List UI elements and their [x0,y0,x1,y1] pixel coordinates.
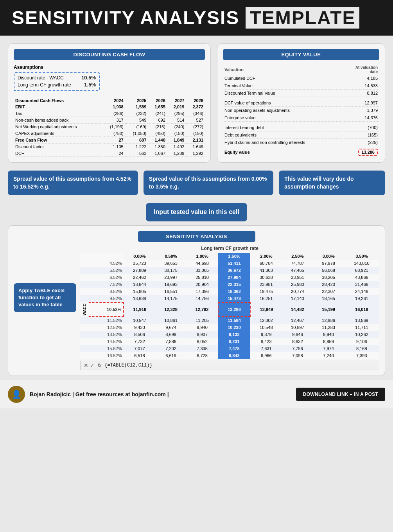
sensitivity-cell: 97,978 [313,260,344,267]
sensitivity-wacc-value: 6.52% [89,274,124,281]
sensitivity-cell: 7,240 [313,352,344,359]
header-title-main: SENSITIVITY ANALYSIS [12,7,239,29]
col-label: Long term CF growth rate [80,246,379,251]
sensitivity-cell: 11,205 [187,316,218,324]
dcf-title: DISCOUNTING CASH FLOW [14,49,205,60]
dcf-cell: (150) [167,130,186,137]
sensitivity-cell: 60,784 [250,260,282,267]
dcf-cell: (240) [167,124,186,130]
sensitivity-cell: 12,467 [282,316,313,324]
sensitivity-cell: 19,475 [250,288,282,295]
sensitivity-cell: 7,478 [218,345,251,352]
dcf-cell: 2,372 [186,104,205,110]
sensitivity-cell: 6,619 [155,352,186,359]
dcf-col-label: Discounted Cash Flows [14,97,102,104]
apply-table-callout: Apply TABLE excel function to get all va… [14,283,76,313]
sensitivity-cell: 41,303 [250,267,282,274]
sensitivity-cell: 6,966 [250,352,282,359]
sensitivity-row: 16.52%6,5186,6196,7286,8436,9667,0987,24… [80,352,379,359]
sensitivity-cell: 18,644 [124,281,155,288]
dcf-panel: DISCOUNTING CASH FLOW Assumptions Discou… [8,43,211,163]
dcf-cell: 1,239 [167,150,186,157]
sensitivity-cell: 8,052 [187,338,218,345]
dcf-cell: 1.649 [186,144,205,150]
callout-left: Spread value of this assumptions from 4.… [8,171,138,195]
sensitivity-cell: 10,230 [218,324,251,331]
equity-row: Terminal Value14,533 [223,82,379,90]
equity-row-label: Equity value [223,149,343,156]
sensitivity-table: 0.00% 0.50% 1.00% 1.50% 2.00% 2.50% 3.00… [80,253,379,359]
sensitivity-cell: 17,140 [282,295,313,302]
left-callout-col: Apply TABLE excel function to get all va… [14,246,76,313]
dcf-cell: 563 [125,150,148,157]
sensitivity-cell: 56,068 [313,267,344,274]
sensitivity-cell: 23,997 [155,274,186,281]
sensitivity-row: 6.52%22,46223,99725,81027,98430,63833,95… [80,274,379,281]
sensitivity-cell: 14,175 [155,295,186,302]
sensitivity-cell: 11,584 [218,316,251,324]
dcf-cell: (450) [148,130,167,137]
sensitivity-cell: 22,307 [313,288,344,295]
col-h-1: 0.50% [155,253,186,260]
sensitivity-cell: 33,065 [187,267,218,274]
sensitivity-cell: 9,430 [124,324,155,331]
sensitivity-cell: 68,921 [344,267,379,274]
equity-row-value: 8,812 [343,90,379,97]
dcf-cell: 1.105 [102,144,125,150]
sensitivity-wacc-value: 9.52% [89,295,124,302]
equity-row-value: 14,533 [343,82,379,90]
dcf-row-label: Tax [14,110,102,117]
sensitivity-title: SENSITIVITY ANALYSIS [138,231,255,242]
sensitivity-cell: 18,362 [218,288,251,295]
callout-right: This value will vary due do assumption c… [279,171,385,195]
sensitivity-cell: 15,805 [124,288,155,295]
sensitivity-cell: 19,261 [344,295,379,302]
sensitivity-cell: 13,569 [344,316,379,324]
sensitivity-row: 15.52%7,0777,2027,3357,4787,6317,7967,97… [80,345,379,352]
sensitivity-cell: 8,506 [124,331,155,338]
dcf-row-label: Free Cash Flow [14,137,102,144]
dcf-cell: 2,131 [186,137,205,144]
sensitivity-cell: 7,732 [124,338,155,345]
equity-row: Debt equivalents(165) [223,131,379,139]
dcf-table-row: Tax(286)(232)(241)(295)(346) [14,110,205,117]
sensitivity-cell: 143,810 [344,260,379,267]
sensitivity-cell: 8,423 [250,338,282,345]
sensitivity-cell: 15,199 [313,302,344,317]
dcf-table-row: Discount factor1.1051.2221.3501.4921.649 [14,144,205,150]
wacc-label: Discount rate - WACC [18,75,64,81]
dcf-row-label: Net Working capital adjustments [14,124,102,130]
sensitivity-cell: 8,632 [282,338,313,345]
sensitivity-cell: 10,548 [250,324,282,331]
equity-row: Enterprise value14,376 [223,114,379,122]
author-text: Bojan Radojicic | Get free resources at … [30,391,169,397]
wacc-col-header [89,253,124,260]
download-button[interactable]: DOWNLOAND LINK – IN A POST [296,388,385,401]
assumptions-dashed-box: Discount rate - WACC 10.5% Long term CF … [14,72,100,91]
sensitivity-row: WACC10.52%11,91812,32812,78213,28613,849… [80,302,379,317]
sensitivity-wacc-value: 5.52% [89,267,124,274]
sensitivity-cell: 9,106 [344,338,379,345]
sensitivity-cell: 12,986 [313,316,344,324]
sensitivity-wacc-value: 7.52% [89,281,124,288]
col-h-7: 3.50% [344,253,379,260]
sensitivity-cell: 51,411 [218,260,251,267]
sensitivity-cell: 13,286 [218,302,251,317]
dcf-row-label: EBIT [14,104,102,110]
sensitivity-cell: 11,283 [313,324,344,331]
sensitivity-cell: 43,866 [344,274,379,281]
sensitivity-cell: 9,940 [313,331,344,338]
sensitivity-cell: 7,393 [344,352,379,359]
col-h-5: 2.50% [282,253,313,260]
sensitivity-cell: 36,672 [218,267,251,274]
dcf-cell: (346) [186,110,205,117]
dcf-cell: (286) [102,110,125,117]
dcf-col-2028: 2028 [186,97,205,104]
growth-row: Long term CF growth rate 1.5% [18,82,96,88]
sensitivity-cell: 15,473 [218,295,251,302]
formula-text: {=TABLE(C12,C11)} [104,363,152,368]
sensitivity-cell: 11,711 [344,324,379,331]
sensitivity-cell: 17,396 [187,288,218,295]
sensitivity-cell: 10,547 [124,316,155,324]
sensitivity-row: 11.52%10,54710,86111,20511,58412,00212,4… [80,316,379,324]
